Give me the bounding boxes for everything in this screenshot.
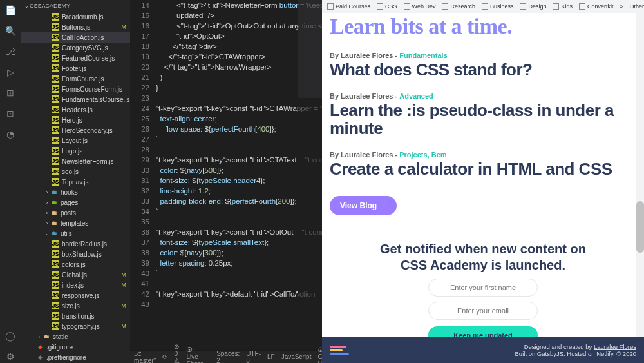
blog-post[interactable]: By Lauralee Flores - FundamentalsWhat do…: [330, 52, 636, 79]
file-label: posts: [61, 210, 76, 217]
bookmark-other-bookmarks[interactable]: Other Bookmarks: [627, 3, 644, 10]
file-label: Footer.js: [62, 65, 86, 72]
file--prettierignore[interactable]: ◆.prettierignore: [21, 352, 130, 362]
file-boxShadow-js[interactable]: JSboxShadow.js: [21, 249, 130, 259]
file-label: CallToAction.js: [62, 34, 104, 41]
language-mode[interactable]: JavaScript: [281, 353, 312, 360]
modified-badge: M: [122, 24, 127, 30]
file-NewsletterForm-js[interactable]: JSNewsletterForm.js: [21, 156, 130, 166]
modified-badge: M: [122, 282, 127, 288]
file-Layout-js[interactable]: JSLayout.js: [21, 135, 130, 146]
bookmark-design[interactable]: Design: [517, 3, 549, 10]
bookmark-kids[interactable]: Kids: [550, 3, 575, 10]
file-CallToAction-js[interactable]: JSCallToAction.js: [21, 32, 130, 43]
bookmark-business[interactable]: Business: [479, 3, 516, 10]
post-title[interactable]: What does CSS stand for?: [330, 61, 636, 79]
keep-updated-button[interactable]: Keep me updated: [428, 326, 538, 337]
file-Headers-js[interactable]: JSHeaders.js: [21, 104, 130, 115]
file-HeroSecondary-js[interactable]: JSHeroSecondary.js: [21, 125, 130, 135]
file-icon: JS: [52, 168, 59, 175]
file-FormCourse-js[interactable]: JSFormCourse.js: [21, 74, 130, 84]
file-transition-js[interactable]: JStransition.js: [21, 311, 130, 321]
file-FormsCourseForm-js[interactable]: JSFormsCourseForm.js: [21, 84, 130, 94]
file-responsive-js[interactable]: JSresponsive.js: [21, 290, 130, 300]
file-label: Headers.js: [62, 106, 93, 113]
ext-icon[interactable]: ⊞: [4, 86, 17, 99]
remote-icon[interactable]: ⊡: [4, 107, 17, 120]
blog-post[interactable]: By Lauralee Flores - Projects, BemCreate…: [330, 151, 636, 179]
post-title[interactable]: Learn the :is pseudo-class in under a mi…: [330, 101, 636, 138]
file-seo-js[interactable]: JSseo.js: [21, 166, 130, 177]
hero-tagline: Learn bits at a time.: [330, 13, 636, 39]
bookmark-web-dev[interactable]: Web Dev: [401, 3, 439, 10]
file-icon: JS: [52, 44, 59, 52]
file-utils[interactable]: ⌄🖿utils: [21, 228, 130, 239]
file-hooks[interactable]: ›🖿hooks: [21, 187, 130, 197]
eol[interactable]: LF: [267, 353, 275, 360]
chevron-icon: ›: [44, 221, 50, 226]
footer-credits: Built on GatsbyJS. Hosted on Netlify. © …: [515, 350, 636, 357]
file-static[interactable]: ›🖿static: [21, 331, 130, 342]
file-label: Logo.js: [62, 148, 82, 155]
file-Hero-js[interactable]: JSHero.js: [21, 115, 130, 125]
first-name-input[interactable]: [428, 279, 538, 297]
post-title[interactable]: Create a calculator in HTML and CSS: [330, 160, 636, 179]
file-icon: JS: [52, 85, 59, 93]
file-borderRadius-js[interactable]: JSborderRadius.js: [21, 239, 130, 249]
file-Logo-js[interactable]: JSLogo.js: [21, 146, 130, 156]
scrollbar-thumb[interactable]: [636, 201, 644, 253]
file-FundamentalsCourse-js[interactable]: JSFundamentalsCourse.js: [21, 94, 130, 104]
newsletter-section: Get notified when new content onCSS Acad…: [330, 241, 636, 337]
bookmark-css[interactable]: CSS: [374, 3, 400, 10]
mail-icon[interactable]: ◔: [4, 128, 17, 141]
bookmark--[interactable]: »: [618, 3, 626, 10]
file-icon: 🖿: [50, 230, 58, 237]
code-area[interactable]: 1415161718192021222324252627282930313233…: [130, 0, 322, 350]
search-icon[interactable]: 🔍: [4, 25, 17, 37]
encoding[interactable]: UTF-8: [246, 350, 261, 364]
file-colors-js[interactable]: JScolors.js: [21, 259, 130, 270]
post-byline: By Lauralee Flores - Projects, Bem: [330, 151, 636, 159]
file-label: CategorySVG.js: [62, 44, 108, 52]
account-icon[interactable]: ◯: [4, 329, 17, 342]
chevron-icon: ›: [36, 334, 43, 340]
file-typography-js[interactable]: JStypography.jsM: [21, 321, 130, 331]
bookmark-convertkit[interactable]: Convertkit: [576, 3, 616, 10]
bookmark-paid-courses[interactable]: Paid Courses: [325, 3, 373, 10]
author-link[interactable]: Lauralee Flores: [594, 343, 636, 350]
file-icon: JS: [52, 157, 59, 165]
line-gutter: 1415161718192021222324252627282930313233…: [130, 0, 156, 350]
file-FeaturedCourse-js[interactable]: JSFeaturedCourse.js: [21, 53, 130, 63]
sync-icon[interactable]: ⟳: [162, 353, 167, 360]
file-label: FormsCourseForm.js: [62, 86, 122, 93]
file-Breadcrumb-js[interactable]: JSBreadcrumb.js: [21, 12, 130, 22]
branch-indicator[interactable]: ⎇ master*: [134, 350, 156, 364]
file--gitignore[interactable]: ◆.gitignore: [21, 342, 130, 352]
gear-icon[interactable]: ⚙: [4, 350, 17, 363]
modified-badge: M: [122, 323, 127, 329]
file-size-js[interactable]: JSsize.jsM: [21, 300, 130, 311]
chevron-icon: ›: [44, 190, 50, 195]
footer-logo[interactable]: [330, 346, 349, 355]
minimap[interactable]: [298, 0, 322, 350]
file-index-js[interactable]: JSindex.jsM: [21, 280, 130, 290]
file-templates[interactable]: ›🖿templates: [21, 218, 130, 228]
spaces[interactable]: Spaces: 2: [216, 350, 240, 364]
file-posts[interactable]: ›🖿posts: [21, 208, 130, 218]
email-input[interactable]: [428, 302, 538, 320]
file-label: index.js: [62, 282, 84, 289]
file-CategorySVG-js[interactable]: JSCategorySVG.js: [21, 43, 130, 53]
file-Footer-js[interactable]: JSFooter.js: [21, 63, 130, 74]
debug-icon[interactable]: ▷: [4, 66, 17, 79]
explorer-icon[interactable]: 📄: [4, 4, 17, 17]
bookmark-research[interactable]: Research: [439, 3, 478, 10]
scrollbar-track[interactable]: [636, 13, 644, 337]
file-Buttons-js[interactable]: JSButtons.jsM: [21, 22, 130, 32]
file-Global-js[interactable]: JSGlobal.jsM: [21, 270, 130, 280]
view-blog-button[interactable]: View Blog →: [330, 196, 397, 215]
sidebar-project-header[interactable]: ⌄ CSSACADEMY: [21, 0, 130, 12]
file-pages[interactable]: ›🖿pages: [21, 197, 130, 208]
blog-post[interactable]: By Lauralee Flores - AdvancedLearn the :…: [330, 92, 636, 138]
scm-icon[interactable]: ⎇: [4, 45, 17, 58]
file-Topnav-js[interactable]: JSTopnav.js: [21, 177, 130, 187]
